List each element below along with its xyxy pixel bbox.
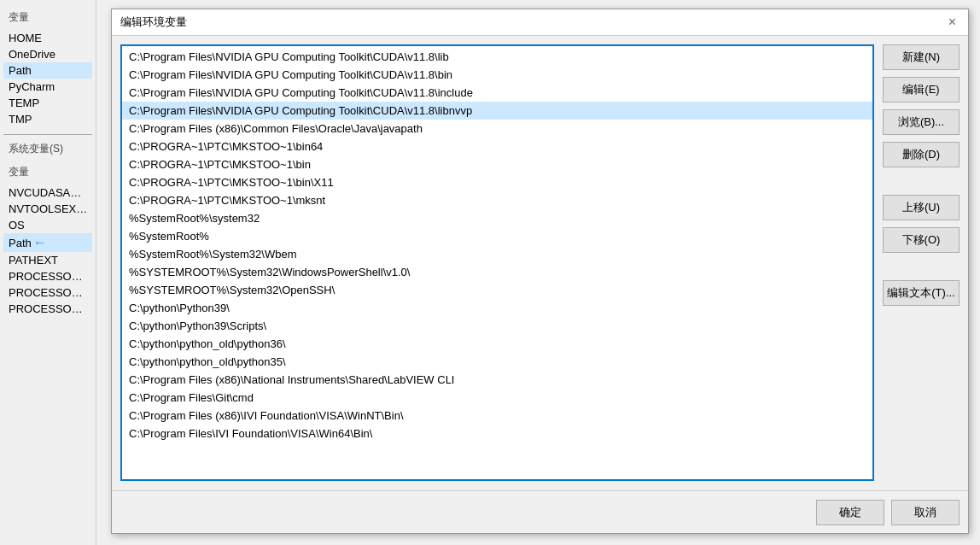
sys-vars-col-label: 变量 xyxy=(3,161,92,183)
path-item[interactable]: C:\PROGRA~1\PTC\MKSTOO~1\mksnt xyxy=(122,191,872,209)
path-item[interactable]: C:\Program Files (x86)\National Instrume… xyxy=(122,371,872,389)
sys-var-item[interactable]: Path ← xyxy=(3,233,92,252)
user-var-item[interactable]: Path xyxy=(3,62,92,79)
user-var-item[interactable]: TMP xyxy=(3,111,92,127)
move-up-button[interactable]: 上移(U) xyxy=(883,195,960,220)
path-item[interactable]: %SystemRoot%\System32\Wbem xyxy=(122,245,872,263)
path-item[interactable]: C:\Program Files\NVIDIA GPU Computing To… xyxy=(122,102,872,120)
edit-text-button[interactable]: 编辑文本(T)... xyxy=(883,280,960,306)
user-vars-list: HOMEOneDrivePathPyCharmTEMPTMP xyxy=(3,30,92,127)
user-var-item[interactable]: HOME xyxy=(3,30,92,46)
ok-button[interactable]: 确定 xyxy=(816,500,884,525)
path-item[interactable]: C:\python\python_old\python36\ xyxy=(122,335,872,353)
user-var-item[interactable]: PyCharm xyxy=(3,79,92,95)
sys-var-item[interactable]: PROCESSO… xyxy=(3,268,92,284)
dialog-close-button[interactable]: × xyxy=(945,15,960,30)
move-down-button[interactable]: 下移(O) xyxy=(883,227,960,253)
path-item[interactable]: C:\Program Files\NVIDIA GPU Computing To… xyxy=(122,84,872,102)
path-item[interactable]: C:\python\Python39\ xyxy=(122,299,872,317)
path-list-container: C:\Program Files\NVIDIA GPU Computing To… xyxy=(120,44,874,481)
user-vars-header: 变量 xyxy=(3,7,92,28)
path-item[interactable]: %SYSTEMROOT%\System32\WindowsPowerShell\… xyxy=(122,263,872,281)
section-divider xyxy=(3,134,92,135)
edit-button[interactable]: 编辑(E) xyxy=(883,77,960,103)
path-item[interactable]: C:\Program Files (x86)\Common Files\Orac… xyxy=(122,120,872,138)
path-item[interactable]: C:\Program Files\NVIDIA GPU Computing To… xyxy=(122,48,872,66)
browse-button[interactable]: 浏览(B)... xyxy=(883,109,960,135)
path-item[interactable]: C:\Program Files (x86)\IVI Foundation\VI… xyxy=(122,407,872,425)
sys-var-item[interactable]: NVCUDASA… xyxy=(3,185,92,201)
dialog-titlebar: 编辑环境变量 × xyxy=(112,9,968,36)
path-item[interactable]: %SystemRoot% xyxy=(122,227,872,245)
user-var-item[interactable]: OneDrive xyxy=(3,46,92,62)
path-item[interactable]: C:\Program Files\Git\cmd xyxy=(122,389,872,407)
arrow-icon: ← xyxy=(33,235,47,250)
path-item[interactable]: C:\python\python_old\python35\ xyxy=(122,353,872,371)
path-item[interactable]: C:\PROGRA~1\PTC\MKSTOO~1\bin xyxy=(122,155,872,173)
sys-var-item[interactable]: PROCESSO… xyxy=(3,284,92,301)
edit-env-dialog: 编辑环境变量 × C:\Program Files\NVIDIA GPU Com… xyxy=(111,9,969,534)
sys-var-item[interactable]: PROCESSO… xyxy=(3,301,92,317)
cancel-button[interactable]: 取消 xyxy=(891,500,960,525)
left-panel: 变量 HOMEOneDrivePathPyCharmTEMPTMP 系统变量(S… xyxy=(0,0,96,545)
dialog-title: 编辑环境变量 xyxy=(120,15,187,30)
button-panel: 新建(N) 编辑(E) 浏览(B)... 删除(D) 上移(U) 下移(O) 编… xyxy=(883,44,960,481)
path-item[interactable]: C:\PROGRA~1\PTC\MKSTOO~1\bin\X11 xyxy=(122,173,872,191)
delete-button[interactable]: 删除(D) xyxy=(883,142,960,167)
path-item[interactable]: C:\Program Files\IVI Foundation\VISA\Win… xyxy=(122,425,872,442)
sys-var-item[interactable]: PATHEXT xyxy=(3,252,92,268)
sys-vars-list: NVCUDASA…NVTOOLSEX…OSPath ←PATHEXTPROCES… xyxy=(3,185,92,317)
sys-var-item[interactable]: OS xyxy=(3,217,92,233)
path-item[interactable]: C:\PROGRA~1\PTC\MKSTOO~1\bin64 xyxy=(122,138,872,155)
dialog-body: C:\Program Files\NVIDIA GPU Computing To… xyxy=(112,36,968,489)
path-item[interactable]: C:\python\Python39\Scripts\ xyxy=(122,317,872,335)
dialog-footer: 确定 取消 xyxy=(112,490,968,533)
user-var-item[interactable]: TEMP xyxy=(3,95,92,111)
sys-var-item[interactable]: NVTOOLSEX… xyxy=(3,201,92,217)
new-button[interactable]: 新建(N) xyxy=(883,44,960,70)
sys-vars-header: 系统变量(S) xyxy=(3,138,92,160)
path-item[interactable]: %SYSTEMROOT%\System32\OpenSSH\ xyxy=(122,281,872,299)
path-item[interactable]: C:\Program Files\NVIDIA GPU Computing To… xyxy=(122,66,872,84)
path-item[interactable]: %SystemRoot%\system32 xyxy=(122,209,872,227)
path-list[interactable]: C:\Program Files\NVIDIA GPU Computing To… xyxy=(122,46,872,479)
